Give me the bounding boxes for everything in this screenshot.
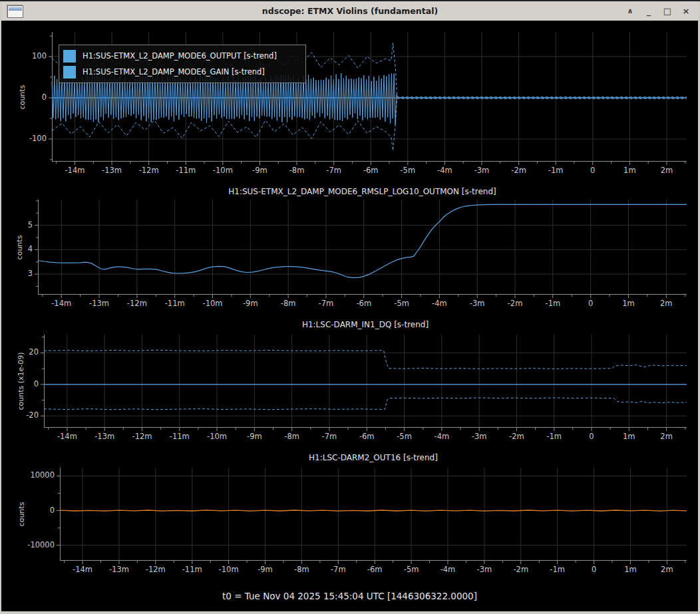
x-tick-label: 1m bbox=[613, 166, 645, 175]
x-tick-label: -5m bbox=[395, 565, 427, 574]
x-tick-label: -3m bbox=[463, 432, 495, 441]
plot-area-3[interactable] bbox=[44, 335, 687, 428]
x-tick-label: -8m bbox=[276, 432, 308, 441]
ndscope-window: ndscope: ETMX Violins (fundamental) ∧ _ … bbox=[0, 0, 700, 614]
window-title: ndscope: ETMX Violins (fundamental) bbox=[1, 6, 699, 16]
titlebar[interactable]: ndscope: ETMX Violins (fundamental) ∧ _ … bbox=[1, 1, 699, 21]
x-tick-label: -11m bbox=[164, 432, 196, 441]
x-tick-label: 0 bbox=[578, 565, 610, 574]
legend-swatch-blue-icon bbox=[63, 66, 76, 78]
x-tick-label: -10m bbox=[213, 565, 245, 574]
x-tick-label: 2m bbox=[651, 166, 683, 175]
x-tick-label: -8m bbox=[285, 565, 317, 574]
x-tick-label: -6m bbox=[359, 565, 391, 574]
x-tick-label: 2m bbox=[651, 565, 683, 574]
legend-swatch-blue-icon bbox=[63, 50, 76, 63]
x-tick-label: -3m bbox=[461, 299, 493, 308]
legend-label: H1:SUS-ETMX_L2_DAMP_MODE6_GAIN [s-trend] bbox=[83, 67, 265, 77]
minimize-button[interactable]: _ bbox=[641, 5, 656, 18]
plot-grid: H1:SUS-ETMX_L2_DAMP_MODE6_OUTPUT [s-tren… bbox=[1, 21, 698, 611]
trace-mode6-output-min bbox=[52, 98, 687, 150]
x-tick-label: -9m bbox=[234, 299, 266, 308]
legend-item-gain: H1:SUS-ETMX_L2_DAMP_MODE6_GAIN [s-trend] bbox=[63, 64, 301, 80]
x-tick-label: -3m bbox=[468, 565, 500, 574]
x-tick-label: 0 bbox=[576, 432, 608, 441]
y-tick-label: 100 bbox=[9, 51, 47, 61]
x-tick-label: -8m bbox=[272, 299, 304, 308]
x-tick-label: 2m bbox=[651, 432, 683, 441]
trace-darm-in1-dq-min bbox=[44, 398, 687, 410]
y-tick-label: 10000 bbox=[17, 470, 55, 480]
close-button[interactable]: × bbox=[679, 1, 693, 21]
y-tick-label: -20 bbox=[1, 410, 39, 420]
x-tick-label: -7m bbox=[322, 565, 354, 574]
trace-darm2-out16-mean bbox=[60, 510, 687, 511]
x-tick-label: -11m bbox=[159, 299, 191, 308]
x-tick-label: -9m bbox=[238, 432, 270, 441]
x-tick-label: -9m bbox=[250, 565, 281, 574]
y-tick-label: 20 bbox=[1, 347, 39, 357]
y-tick-label: -100 bbox=[9, 134, 47, 143]
legend-label: H1:SUS-ETMX_L2_DAMP_MODE6_OUTPUT [s-tren… bbox=[83, 51, 277, 61]
x-tick-label: 1m bbox=[614, 565, 646, 574]
x-tick-label: -7m bbox=[318, 166, 350, 175]
x-tick-label: -11m bbox=[176, 565, 208, 574]
legend[interactable]: H1:SUS-ETMX_L2_DAMP_MODE6_OUTPUT [s-tren… bbox=[59, 45, 306, 83]
plot-area-2[interactable] bbox=[38, 200, 687, 295]
x-tick-label: -2m bbox=[505, 565, 537, 574]
x-tick-label: -1m bbox=[538, 432, 570, 441]
chart3-title: H1:LSC-DARM_IN1_DQ [s-trend] bbox=[44, 320, 687, 329]
x-tick-label: -13m bbox=[103, 565, 135, 574]
x-tick-label: -13m bbox=[88, 432, 120, 441]
x-tick-label: -13m bbox=[83, 299, 115, 308]
x-tick-label: -12m bbox=[126, 432, 158, 441]
x-tick-label: 0 bbox=[577, 166, 609, 175]
trace-rmslp-log10-outmon-mean bbox=[38, 204, 687, 277]
x-tick-label: -6m bbox=[348, 299, 380, 308]
x-tick-label: -5m bbox=[386, 299, 418, 308]
x-tick-label: -2m bbox=[503, 166, 535, 175]
chart2-title: H1:SUS-ETMX_L2_DAMP_MODE6_RMSLP_LOG10_OU… bbox=[38, 187, 687, 196]
x-tick-label: -14m bbox=[67, 565, 98, 574]
x-tick-label: -14m bbox=[59, 166, 90, 175]
x-tick-label: -12m bbox=[121, 299, 153, 308]
x-tick-label: -2m bbox=[500, 432, 532, 441]
x-tick-label: -14m bbox=[45, 299, 77, 308]
x-tick-label: -14m bbox=[51, 432, 83, 441]
x-tick-label: 1m bbox=[613, 432, 645, 441]
x-tick-label: -12m bbox=[140, 565, 172, 574]
x-tick-label: -6m bbox=[351, 432, 383, 441]
x-tick-label: -4m bbox=[432, 565, 464, 574]
window-controls: ∧ _ □ × bbox=[623, 1, 693, 21]
x-tick-label: -3m bbox=[466, 166, 498, 175]
x-tick-label: -12m bbox=[133, 166, 165, 175]
x-tick-label: -1m bbox=[542, 565, 574, 574]
t0-label: t0 = Tue Nov 04 2025 15:45:04 UTC [14463… bbox=[1, 591, 698, 601]
x-tick-label: -4m bbox=[426, 432, 458, 441]
x-tick-label: 1m bbox=[613, 299, 645, 308]
chart4-title: H1:LSC-DARM2_OUT16 [s-trend] bbox=[60, 453, 687, 462]
x-tick-label: -1m bbox=[537, 299, 569, 308]
x-tick-label: -13m bbox=[96, 166, 128, 175]
x-tick-label: -10m bbox=[207, 166, 239, 175]
y-tick-label: 0 bbox=[1, 379, 39, 388]
x-tick-label: -11m bbox=[170, 166, 202, 175]
y-tick-label: -10000 bbox=[17, 540, 55, 549]
x-tick-label: -7m bbox=[313, 432, 345, 441]
x-tick-label: -5m bbox=[389, 432, 421, 441]
shade-button[interactable]: ∧ bbox=[623, 1, 637, 21]
x-tick-label: -10m bbox=[201, 432, 233, 441]
y-tick-label: 0 bbox=[9, 92, 47, 102]
x-tick-label: -8m bbox=[281, 166, 313, 175]
x-tick-label: -4m bbox=[423, 299, 455, 308]
y-tick-label: 4 bbox=[0, 244, 33, 253]
maximize-button[interactable]: □ bbox=[660, 1, 675, 21]
plot-area-4[interactable] bbox=[60, 468, 687, 561]
y-tick-label: 0 bbox=[17, 506, 55, 515]
x-tick-label: -1m bbox=[540, 166, 572, 175]
x-tick-label: -4m bbox=[429, 166, 460, 175]
x-tick-label: 2m bbox=[650, 299, 682, 308]
y-tick-label: 3 bbox=[0, 269, 33, 278]
x-tick-label: -6m bbox=[355, 166, 387, 175]
legend-item-output: H1:SUS-ETMX_L2_DAMP_MODE6_OUTPUT [s-tren… bbox=[63, 48, 301, 64]
